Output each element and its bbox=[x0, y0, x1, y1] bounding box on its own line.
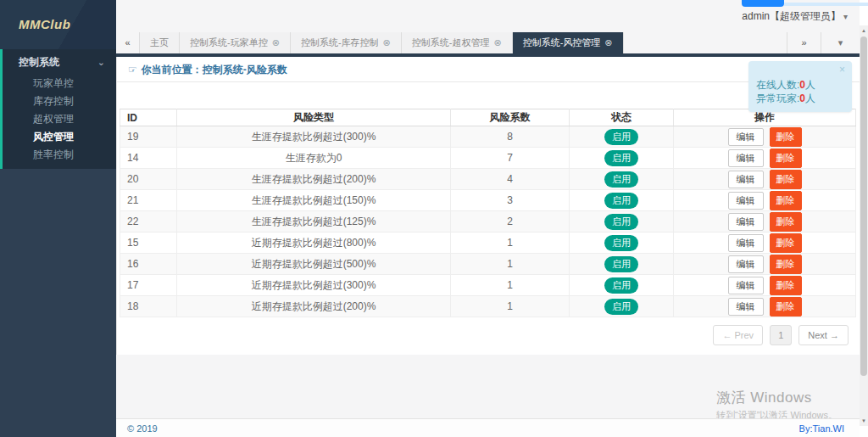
prev-page-button[interactable]: ← Prev bbox=[713, 325, 763, 345]
status-enabled-badge[interactable]: 启用 bbox=[604, 256, 638, 272]
risk-type-cell: 生涯存款为0 bbox=[177, 148, 451, 169]
tab-close-icon[interactable]: ⊗ bbox=[493, 37, 501, 48]
tab-home[interactable]: 主页 bbox=[140, 32, 180, 53]
risk-coef-cell: 1 bbox=[451, 254, 570, 275]
table-row: 21 生涯存提款比例超过(150)% 3 启用 编辑删除 bbox=[120, 190, 856, 211]
status-cell: 启用 bbox=[570, 190, 674, 211]
actions-cell: 编辑删除 bbox=[674, 148, 856, 169]
status-enabled-badge[interactable]: 启用 bbox=[604, 235, 638, 251]
sidebar-item-player-control[interactable]: 玩家单控 bbox=[3, 75, 116, 92]
tab-close-icon[interactable]: ⊗ bbox=[383, 37, 391, 48]
risk-coef-cell: 8 bbox=[451, 126, 570, 148]
scrollbar-thumb[interactable] bbox=[860, 36, 867, 376]
header-id: ID bbox=[120, 109, 177, 126]
tabs-scroll-left-icon[interactable]: « bbox=[116, 32, 140, 53]
risk-coef-cell: 1 bbox=[451, 296, 570, 317]
delete-button[interactable]: 删除 bbox=[770, 233, 802, 253]
actions-cell: 编辑删除 bbox=[674, 126, 856, 148]
status-cell: 启用 bbox=[570, 126, 674, 148]
status-enabled-badge[interactable]: 启用 bbox=[604, 150, 638, 166]
risk-type-cell: 生涯存提款比例超过(200)% bbox=[177, 169, 451, 190]
status-enabled-badge[interactable]: 启用 bbox=[604, 277, 638, 294]
risk-type-cell: 近期存提款比例超过(800)% bbox=[177, 233, 451, 254]
sidebar-item-winrate-control[interactable]: 胜率控制 bbox=[3, 146, 116, 164]
delete-button[interactable]: 删除 bbox=[770, 212, 802, 232]
delete-button[interactable]: 删除 bbox=[770, 255, 802, 274]
abnormal-players-label: 异常玩家: bbox=[756, 92, 799, 104]
tab-player-control[interactable]: 控制系统-玩家单控⊗ bbox=[180, 32, 291, 53]
tabs-scroll-right-icon[interactable]: » bbox=[787, 32, 821, 53]
actions-cell: 编辑删除 bbox=[674, 254, 856, 275]
edit-button[interactable]: 编辑 bbox=[728, 298, 764, 316]
edit-button[interactable]: 编辑 bbox=[728, 213, 764, 231]
edit-button[interactable]: 编辑 bbox=[728, 128, 764, 146]
risk-type-cell: 生涯存提款比例超过(300)% bbox=[177, 126, 451, 148]
risk-type-cell: 近期存提款比例超过(300)% bbox=[177, 275, 451, 296]
delete-button[interactable]: 删除 bbox=[770, 148, 802, 168]
tab-close-icon[interactable]: ⊗ bbox=[272, 37, 280, 48]
tab-label: 控制系统-库存控制 bbox=[301, 37, 379, 48]
watermark-title: 激活 Windows bbox=[716, 388, 837, 407]
tab-super-auth[interactable]: 控制系统-超权管理⊗ bbox=[402, 32, 513, 53]
scroll-down-icon[interactable]: ▼ bbox=[860, 416, 868, 426]
abnormal-players-suffix: 人 bbox=[805, 92, 815, 104]
copyright-text: © 2019 bbox=[127, 423, 158, 434]
user-name-label: admin【超级管理员】 bbox=[742, 10, 841, 22]
tab-label: 主页 bbox=[150, 37, 169, 48]
status-enabled-badge[interactable]: 启用 bbox=[604, 171, 638, 188]
browser-popup-strip bbox=[784, 3, 868, 6]
edit-button[interactable]: 编辑 bbox=[728, 149, 764, 167]
delete-button[interactable]: 删除 bbox=[770, 191, 802, 210]
risk-type-cell: 生涯存提款比例超过(125)% bbox=[177, 211, 451, 233]
delete-button[interactable]: 删除 bbox=[770, 276, 802, 295]
status-enabled-badge[interactable]: 启用 bbox=[604, 299, 638, 315]
tab-risk-control[interactable]: 控制系统-风控管理⊗ bbox=[513, 32, 624, 53]
status-enabled-badge[interactable]: 启用 bbox=[604, 214, 638, 230]
risk-type-cell: 近期存提款比例超过(500)% bbox=[177, 254, 451, 275]
status-cell: 启用 bbox=[570, 275, 674, 296]
next-page-button[interactable]: Next → bbox=[798, 325, 849, 345]
risk-coef-cell: 2 bbox=[451, 211, 570, 233]
tab-close-icon[interactable]: ⊗ bbox=[604, 37, 612, 48]
tab-label: 控制系统-风控管理 bbox=[523, 37, 601, 48]
sidebar-item-inventory-control[interactable]: 库存控制 bbox=[3, 92, 116, 110]
risk-type-cell: 生涯存提款比例超过(150)% bbox=[177, 190, 451, 211]
user-menu[interactable]: admin【超级管理员】▾ bbox=[742, 9, 848, 24]
actions-cell: 编辑删除 bbox=[674, 275, 856, 296]
scroll-up-icon[interactable]: ▲ bbox=[860, 25, 868, 36]
delete-button[interactable]: 删除 bbox=[770, 170, 802, 189]
pagination: ← Prev 1 Next → bbox=[709, 325, 849, 345]
sidebar-item-super-auth[interactable]: 超权管理 bbox=[3, 110, 116, 128]
table-row: 18 近期存提款比例超过(200)% 1 启用 编辑删除 bbox=[120, 296, 856, 317]
table-row: 19 生涯存提款比例超过(300)% 8 启用 编辑删除 bbox=[120, 126, 856, 148]
close-icon[interactable]: × bbox=[839, 64, 845, 76]
risk-coef-cell: 7 bbox=[451, 148, 570, 169]
status-enabled-badge[interactable]: 启用 bbox=[604, 129, 638, 145]
edit-button[interactable]: 编辑 bbox=[728, 255, 764, 273]
edit-button[interactable]: 编辑 bbox=[728, 234, 764, 252]
header-status: 状态 bbox=[570, 109, 674, 126]
delete-button[interactable]: 删除 bbox=[770, 127, 802, 147]
sidebar: MMClub 控制系统 ⌄ 玩家单控 库存控制 超权管理 风控管理 胜率控制 bbox=[0, 0, 116, 437]
edit-button[interactable]: 编辑 bbox=[728, 192, 764, 210]
edit-button[interactable]: 编辑 bbox=[728, 171, 764, 188]
delete-button[interactable]: 删除 bbox=[770, 297, 802, 317]
table-row: 14 生涯存款为0 7 启用 编辑删除 bbox=[120, 148, 856, 169]
vertical-scrollbar[interactable]: ▲ ▼ bbox=[860, 25, 868, 426]
current-page-button[interactable]: 1 bbox=[770, 325, 792, 345]
sidebar-item-risk-control[interactable]: 风控管理 bbox=[3, 128, 116, 146]
table-row: 20 生涯存提款比例超过(200)% 4 启用 编辑删除 bbox=[120, 169, 856, 190]
credit-link[interactable]: By:Tian.WI bbox=[799, 423, 844, 434]
footer: © 2019 By:Tian.WI bbox=[116, 418, 860, 437]
tab-inventory-control[interactable]: 控制系统-库存控制⊗ bbox=[291, 32, 402, 53]
caret-down-icon: ▾ bbox=[843, 12, 848, 21]
tabs-dropdown-icon[interactable]: ▾ bbox=[821, 32, 860, 53]
table-header-row: ID 风险类型 风险系数 状态 操作 bbox=[120, 109, 856, 126]
status-enabled-badge[interactable]: 启用 bbox=[604, 193, 638, 209]
risk-coef-cell: 3 bbox=[451, 190, 570, 211]
sidebar-group-control-system[interactable]: 控制系统 ⌄ bbox=[3, 49, 116, 75]
row-id-cell: 19 bbox=[120, 126, 177, 148]
table-row: 15 近期存提款比例超过(800)% 1 启用 编辑删除 bbox=[120, 233, 856, 254]
edit-button[interactable]: 编辑 bbox=[728, 277, 764, 294]
table-row: 22 生涯存提款比例超过(125)% 2 启用 编辑删除 bbox=[120, 211, 856, 233]
